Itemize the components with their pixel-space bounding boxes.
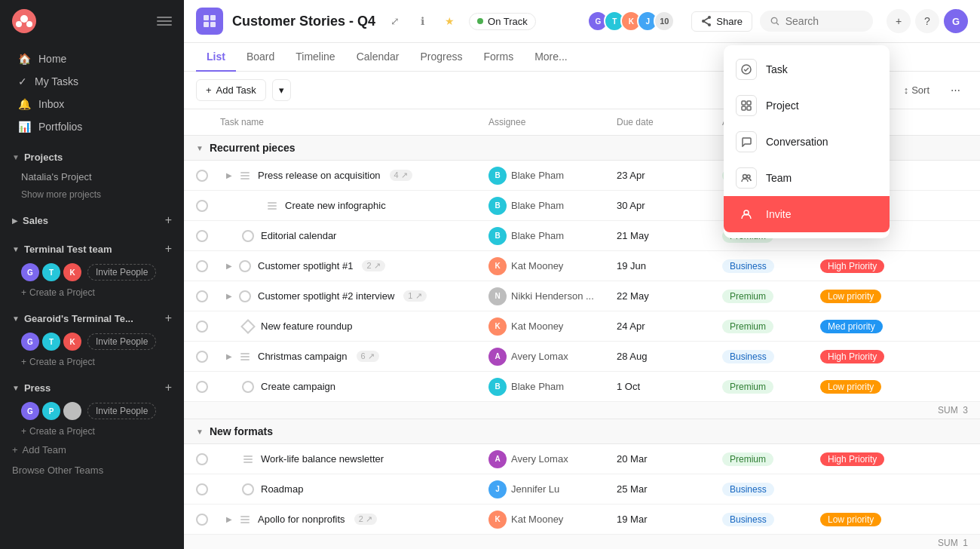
task-name-cell: Create new infographic [214,195,482,217]
extra-cell [935,201,980,210]
assignee-cell: B Blake Pham [482,162,611,189]
invite-people-button[interactable]: Invite People [87,403,156,419]
tab-board[interactable]: Board [236,43,285,72]
tab-more[interactable]: More... [524,43,578,72]
hamburger-icon[interactable] [157,14,172,31]
task-checkbox[interactable] [196,290,208,302]
sidebar-item-my-tasks[interactable]: ✓ My Tasks [6,70,178,93]
task-checkbox[interactable] [196,514,208,526]
task-checkbox-cell[interactable] [184,225,214,247]
dropdown-item-task[interactable]: Task [724,51,890,87]
task-checkbox[interactable] [196,453,208,465]
more-options-button[interactable]: ⋯ [943,81,968,100]
add-task-button[interactable]: + Add Task [196,79,266,101]
due-date-cell: 28 Aug [611,346,716,367]
create-project-link[interactable]: + Create a Project [0,354,184,370]
table-row[interactable]: ▶ Apollo for nonprofits 2 ↗ K Kat Mooney… [184,505,980,535]
projects-section-header[interactable]: ▼ Projects + [0,147,184,167]
table-row[interactable]: ▶ Christmas campaign 6 ↗ A Avery Lomax 2… [184,342,980,372]
expand-icon[interactable]: ▶ [226,292,232,300]
task-checkbox[interactable] [196,351,208,363]
task-checkbox-cell[interactable] [184,376,214,397]
task-type-icon [238,513,252,526]
expand-icon[interactable]: ▶ [226,515,232,523]
sidebar-item-inbox[interactable]: 🔔 Inbox [6,93,178,115]
table-row[interactable]: Create campaign B Blake Pham 1 Oct Premi… [184,372,980,402]
invite-people-button[interactable]: Invite People [87,333,156,350]
assignee-name: Nikki Henderson ... [511,290,594,302]
task-checkbox[interactable] [196,483,208,495]
task-checkbox-cell[interactable] [184,256,214,277]
avatar: A [488,348,507,366]
expand-icon[interactable]: ▶ [226,171,232,179]
dropdown-item-project[interactable]: Project [724,87,890,124]
team-press-header[interactable]: ▼ Press + [0,376,184,399]
tab-list[interactable]: List [196,43,236,72]
tab-progress[interactable]: Progress [409,43,473,72]
search-bar[interactable] [760,11,873,32]
star-icon[interactable]: ★ [439,11,460,32]
add-button[interactable]: + [887,9,911,33]
sort-button[interactable]: ↕ Sort [896,81,937,100]
task-type-icon [241,320,255,333]
audience-tag: Business [722,483,774,496]
table-row[interactable]: Work-life balance newsletter A Avery Lom… [184,444,980,474]
info-icon[interactable]: ℹ [412,11,433,32]
section-new-formats[interactable]: ▼ New formats [184,419,980,444]
search-icon [770,16,779,26]
add-team-button[interactable]: + Add Team [0,440,184,460]
task-checkbox-cell[interactable] [184,479,214,500]
expand-icon[interactable]: ▶ [226,352,232,360]
create-project-link[interactable]: + Create a Project [0,284,184,301]
invite-people-button[interactable]: Invite People [87,264,156,281]
tab-calendar[interactable]: Calendar [346,43,410,72]
create-project-link[interactable]: + Create a Project [0,423,184,440]
task-checkbox[interactable] [196,260,208,272]
search-input[interactable] [786,15,862,27]
expand-icon[interactable]: ▶ [226,262,232,270]
sidebar-item-home[interactable]: 🏠 Home [6,48,178,70]
dropdown-item-conversation[interactable]: Conversation [724,124,890,160]
task-checkbox[interactable] [196,321,208,333]
sidebar-item-portfolios[interactable]: 📊 Portfolios [6,115,178,138]
team-terminal-header[interactable]: ▼ Terminal Test team + [0,238,184,260]
project-item-natalia[interactable]: Natalia's Project [0,167,184,186]
table-row[interactable]: New feature roundup K Kat Mooney 24 Apr … [184,311,980,342]
task-checkbox-cell[interactable] [184,286,214,307]
share-button[interactable]: Share [691,11,752,32]
task-checkbox-cell[interactable] [184,316,214,337]
audience-cell: Premium [716,316,814,336]
sidebar-item-label: My Tasks [35,75,78,87]
task-checkbox[interactable] [196,170,208,182]
task-checkbox[interactable] [196,200,208,212]
add-to-team-button[interactable]: + [165,242,172,256]
status-badge[interactable]: On Track [469,13,536,30]
table-row[interactable]: Roadmap J Jennifer Lu 25 Mar Business [184,474,980,505]
task-checkbox[interactable] [196,230,208,242]
table-row[interactable]: ▶ Customer spotlight #2 interview 1 ↗ N … [184,281,980,311]
extra-cell [935,455,980,464]
task-checkbox-cell[interactable] [184,165,214,186]
tab-forms[interactable]: Forms [473,43,525,72]
add-to-team-button[interactable]: + [165,213,172,227]
browse-teams-link[interactable]: Browse Other Teams [0,460,184,480]
dropdown-invite-button[interactable]: Invite [724,196,890,232]
tab-timeline[interactable]: Timeline [285,43,345,72]
task-checkbox-cell[interactable] [184,346,214,367]
task-checkbox-cell[interactable] [184,449,214,470]
add-to-team-button[interactable]: + [165,381,172,394]
user-avatar[interactable]: G [944,9,968,33]
show-more-projects[interactable]: Show more projects [0,186,184,203]
add-to-team-button[interactable]: + [165,311,172,325]
task-checkbox[interactable] [196,381,208,393]
list-icon [239,170,251,182]
task-checkbox-cell[interactable] [184,195,214,216]
team-sales-header[interactable]: ▶ Sales + [0,209,184,232]
dropdown-item-team[interactable]: Team [724,160,890,196]
task-checkbox-cell[interactable] [184,509,214,530]
add-task-dropdown-button[interactable]: ▾ [272,79,291,101]
team-gearoid-header[interactable]: ▼ Gearoid's Terminal Te... + [0,307,184,330]
expand-icon[interactable]: ⤢ [384,11,406,32]
help-button[interactable]: ? [915,9,939,33]
table-row[interactable]: ▶ Customer spotlight #1 2 ↗ K Kat Mooney… [184,251,980,281]
